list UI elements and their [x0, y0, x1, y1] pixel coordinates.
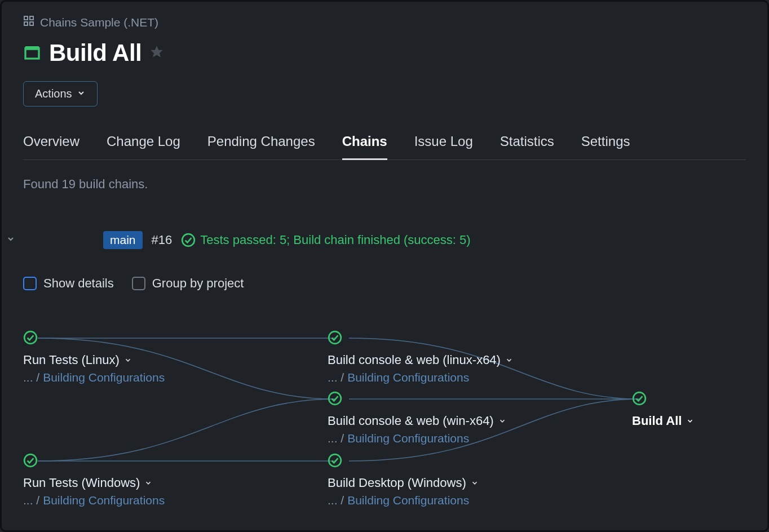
node-title-text: Run Tests (Linux): [23, 353, 120, 367]
breadcrumb-project-link[interactable]: Chains Sample (.NET): [40, 16, 158, 29]
view-options: Show details Group by project: [23, 276, 746, 291]
node-sub-prefix: ... /: [23, 494, 39, 507]
node-breadcrumb[interactable]: ... / Building Configurations: [23, 371, 165, 384]
show-details-checkbox[interactable]: [23, 277, 37, 290]
tab-statistics[interactable]: Statistics: [500, 134, 554, 159]
node-title-text: Run Tests (Windows): [23, 476, 140, 490]
build-config-icon: [23, 43, 41, 63]
node-sub-label: Building Configurations: [43, 371, 165, 384]
chevron-down-icon: [471, 476, 479, 490]
node-sub-label: Building Configurations: [347, 371, 469, 384]
tab-issue-log[interactable]: Issue Log: [414, 134, 473, 159]
svg-point-12: [24, 454, 37, 467]
success-check-icon: [23, 453, 38, 468]
node-breadcrumb[interactable]: ... / Building Configurations: [328, 494, 479, 507]
favorite-star-icon[interactable]: [149, 45, 164, 61]
tab-bar: Overview Change Log Pending Changes Chai…: [23, 134, 746, 160]
node-title[interactable]: Run Tests (Windows): [23, 476, 165, 490]
node-breadcrumb[interactable]: ... / Building Configurations: [328, 371, 513, 384]
node-run-tests-linux: Run Tests (Linux) ... / Building Configu…: [23, 330, 165, 384]
chain-status: Tests passed: 5; Build chain finished (s…: [181, 233, 470, 247]
tab-chains[interactable]: Chains: [342, 134, 387, 160]
chevron-down-icon: [686, 414, 694, 428]
actions-label: Actions: [35, 87, 72, 100]
group-by-project-checkbox-wrap[interactable]: Group by project: [132, 276, 244, 291]
node-build-desktop-win: Build Desktop (Windows) ... / Building C…: [328, 453, 479, 507]
node-build-all: Build All: [632, 391, 694, 428]
success-check-icon: [328, 330, 342, 345]
node-sub-prefix: ... /: [328, 494, 344, 507]
expand-chain-chevron[interactable]: [6, 234, 15, 246]
node-run-tests-windows: Run Tests (Windows) ... / Building Confi…: [23, 453, 165, 507]
chevron-down-icon: [77, 87, 86, 100]
node-sub-prefix: ... /: [328, 432, 344, 445]
build-chain-graph: Run Tests (Linux) ... / Building Configu…: [23, 330, 746, 522]
group-by-project-label: Group by project: [152, 276, 244, 291]
svg-rect-1: [30, 16, 33, 20]
show-details-label: Show details: [43, 276, 114, 291]
node-sub-prefix: ... /: [23, 371, 39, 384]
node-breadcrumb[interactable]: ... / Building Configurations: [328, 432, 506, 445]
chain-status-text: Tests passed: 5; Build chain finished (s…: [200, 233, 470, 247]
show-details-checkbox-wrap[interactable]: Show details: [23, 276, 114, 291]
tab-overview[interactable]: Overview: [23, 134, 79, 159]
node-title[interactable]: Run Tests (Linux): [23, 353, 165, 367]
node-title[interactable]: Build Desktop (Windows): [328, 476, 479, 490]
success-check-icon: [181, 233, 196, 247]
svg-point-14: [329, 392, 341, 405]
chevron-down-icon: [124, 353, 132, 367]
svg-point-15: [329, 454, 341, 467]
svg-marker-6: [151, 46, 163, 57]
chevron-down-icon: [498, 414, 506, 428]
node-breadcrumb[interactable]: ... / Building Configurations: [23, 494, 165, 507]
svg-point-13: [329, 331, 341, 344]
group-by-project-checkbox[interactable]: [132, 277, 145, 290]
success-check-icon: [328, 453, 342, 468]
node-title-text: Build console & web (linux-x64): [328, 353, 501, 367]
found-chains-text: Found 19 build chains.: [23, 177, 746, 192]
node-build-console-win: Build console & web (win-x64) ... / Buil…: [328, 391, 506, 445]
svg-rect-2: [24, 22, 28, 25]
project-icon: [23, 15, 34, 29]
svg-rect-0: [24, 16, 28, 20]
actions-button[interactable]: Actions: [23, 81, 98, 107]
branch-tag[interactable]: main: [103, 231, 143, 249]
build-number: #16: [152, 233, 173, 247]
chain-summary-row: main #16 Tests passed: 5; Build chain fi…: [6, 231, 746, 249]
node-title-text: Build Desktop (Windows): [328, 476, 466, 490]
tab-change-log[interactable]: Change Log: [107, 134, 180, 159]
chevron-down-icon: [505, 353, 513, 367]
node-title[interactable]: Build console & web (win-x64): [328, 414, 506, 428]
node-sub-label: Building Configurations: [347, 494, 469, 507]
node-title[interactable]: Build All: [632, 414, 694, 428]
node-sub-label: Building Configurations: [347, 432, 469, 445]
svg-rect-3: [30, 22, 33, 25]
node-sub-label: Building Configurations: [43, 494, 165, 507]
node-sub-prefix: ... /: [328, 371, 344, 384]
success-check-icon: [328, 391, 342, 406]
breadcrumb: Chains Sample (.NET): [23, 15, 746, 29]
svg-point-7: [182, 234, 195, 246]
tab-settings[interactable]: Settings: [581, 134, 630, 159]
tab-pending-changes[interactable]: Pending Changes: [207, 134, 315, 159]
success-check-icon: [632, 391, 647, 406]
node-title-text: Build console & web (win-x64): [328, 414, 494, 428]
node-title-text: Build All: [632, 414, 682, 428]
page-title: Build All: [49, 39, 142, 66]
success-check-icon: [23, 330, 38, 345]
chevron-down-icon: [144, 476, 152, 490]
svg-point-16: [633, 392, 646, 405]
node-build-console-linux: Build console & web (linux-x64) ... / Bu…: [328, 330, 513, 384]
node-title[interactable]: Build console & web (linux-x64): [328, 353, 513, 367]
svg-point-11: [24, 331, 37, 344]
